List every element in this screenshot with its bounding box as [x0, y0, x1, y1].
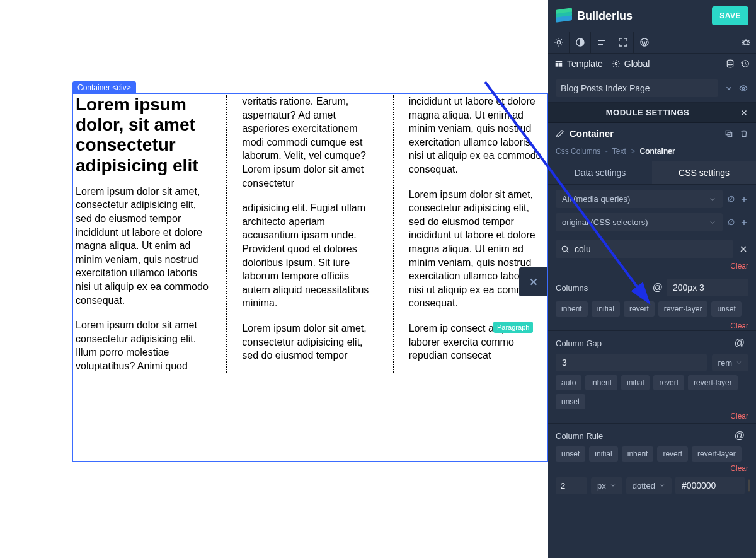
column-rule-color-input[interactable]: [675, 477, 745, 494]
empty-set-icon[interactable]: ∅: [728, 218, 735, 227]
sun-icon[interactable]: [548, 32, 570, 53]
clear-button[interactable]: Clear: [730, 262, 748, 270]
empty-set-icon[interactable]: ∅: [728, 194, 735, 204]
module-settings-title: MODULE SETTINGS: [556, 108, 740, 117]
css-selector-value: original (CSS selectors): [562, 218, 648, 227]
keyword-chip[interactable]: auto: [556, 375, 581, 390]
media-query-value: All (media queries): [562, 194, 630, 204]
template-icon: [554, 59, 563, 68]
paragraph-badge[interactable]: Paragraph: [493, 322, 533, 333]
color-swatch[interactable]: [748, 479, 750, 492]
trash-icon[interactable]: [740, 129, 748, 138]
keyword-chip[interactable]: revert-layer: [658, 301, 708, 317]
element-name: Container: [570, 128, 614, 139]
media-query-selector[interactable]: All (media queries): [556, 190, 723, 208]
tab-data-settings[interactable]: Data settings: [548, 161, 652, 184]
settings-sidebar: Builderius SAVE Template Global: [548, 0, 756, 558]
mode-global-label: Global: [624, 59, 650, 69]
mode-global[interactable]: Global: [612, 59, 650, 69]
columns-label: Columns: [556, 283, 653, 293]
column-gap-unit-value: rem: [718, 358, 732, 368]
keyword-chip[interactable]: inherit: [622, 446, 654, 462]
expand-icon[interactable]: [612, 32, 634, 53]
history-icon[interactable]: [741, 59, 750, 68]
keyword-chip[interactable]: initial: [621, 375, 650, 390]
close-icon[interactable]: [740, 108, 748, 117]
column-rule-style-select[interactable]: dotted: [626, 477, 672, 494]
keyword-chip[interactable]: revert: [624, 301, 655, 317]
keyword-chip[interactable]: unset: [556, 446, 585, 462]
keyword-chip[interactable]: revert: [657, 446, 688, 462]
svg-point-10: [615, 62, 617, 65]
keyword-chip[interactable]: initial: [589, 446, 617, 462]
keyword-chip[interactable]: revert-layer: [688, 375, 738, 390]
page-selector[interactable]: Blog Posts Index Page: [556, 79, 718, 97]
column-gap-unit-select[interactable]: rem: [712, 354, 748, 371]
paragraph-text: Lorem ipsum dolor sit amet, consectetur …: [76, 185, 212, 307]
panel-collapse-button[interactable]: [519, 267, 548, 296]
gear-icon: [612, 59, 621, 68]
column-rule-label: Column Rule: [556, 431, 735, 441]
keyword-chip[interactable]: unset: [556, 394, 585, 409]
eye-icon[interactable]: [738, 84, 748, 93]
editor-canvas[interactable]: Container <div> Paragraph Lorem ipsum do…: [0, 0, 548, 558]
selection-label[interactable]: Container <div>: [72, 81, 136, 94]
clear-button[interactable]: Clear: [730, 464, 748, 473]
columns-input[interactable]: [667, 279, 748, 296]
search-icon: [561, 245, 570, 253]
mode-template-label: Template: [567, 59, 603, 69]
column-rule-width-unit[interactable]: px: [591, 477, 622, 494]
at-icon[interactable]: @: [735, 337, 745, 349]
at-icon[interactable]: @: [653, 282, 663, 293]
save-button[interactable]: SAVE: [712, 6, 748, 25]
chevron-down-icon[interactable]: [724, 84, 733, 93]
clear-search-icon[interactable]: [738, 244, 748, 254]
align-icon[interactable]: [591, 32, 612, 53]
svg-rect-4: [598, 44, 603, 45]
at-icon[interactable]: @: [735, 430, 745, 441]
contrast-icon[interactable]: [570, 32, 591, 53]
plus-icon[interactable]: [740, 195, 748, 204]
breadcrumb-current: Container: [640, 147, 675, 156]
copy-icon[interactable]: [724, 129, 733, 138]
css-selector-dropdown[interactable]: original (CSS selectors): [556, 213, 723, 231]
keyword-chip[interactable]: revert: [653, 375, 684, 390]
clear-button[interactable]: Clear: [730, 322, 748, 330]
svg-rect-3: [598, 40, 605, 41]
svg-point-6: [743, 40, 748, 45]
pencil-icon[interactable]: [556, 129, 564, 138]
svg-point-11: [727, 60, 733, 62]
svg-rect-7: [556, 61, 563, 62]
keyword-chip[interactable]: unset: [711, 301, 741, 317]
chevron-down-icon: [709, 195, 716, 203]
keyword-chip[interactable]: inherit: [556, 301, 588, 317]
keyword-chip[interactable]: inherit: [585, 375, 617, 390]
column-gap-input[interactable]: [556, 354, 707, 371]
breadcrumb: Css Columns - Text > Container: [548, 144, 756, 161]
svg-rect-8: [556, 63, 559, 67]
tab-css-settings[interactable]: CSS settings: [652, 161, 756, 184]
property-search-input[interactable]: [575, 244, 728, 254]
chevron-down-icon: [659, 482, 665, 489]
brand-name: Builderius: [577, 9, 633, 23]
plus-icon[interactable]: [740, 218, 748, 227]
svg-point-15: [562, 246, 567, 251]
keyword-chip[interactable]: initial: [592, 301, 620, 317]
heading-text: Lorem ipsum dolor, sit amet consectetur …: [76, 95, 212, 176]
chevron-down-icon: [709, 219, 716, 226]
wordpress-icon[interactable]: [634, 32, 655, 53]
database-icon[interactable]: [726, 59, 735, 68]
keyword-chip[interactable]: revert-layer: [692, 446, 742, 462]
breadcrumb-item[interactable]: Text: [612, 147, 626, 156]
column-rule-width-input[interactable]: [556, 477, 587, 494]
svg-rect-9: [559, 63, 563, 67]
brand-logo: [556, 9, 572, 23]
chevron-down-icon: [736, 359, 742, 366]
column-gap-label: Column Gap: [556, 339, 735, 348]
clear-button[interactable]: Clear: [730, 412, 748, 421]
breadcrumb-item[interactable]: Css Columns: [556, 147, 600, 156]
bug-icon[interactable]: [735, 32, 756, 53]
mode-template[interactable]: Template: [554, 59, 603, 69]
svg-point-1: [557, 40, 560, 44]
container-element[interactable]: Lorem ipsum dolor, sit amet consectetur …: [76, 95, 545, 373]
